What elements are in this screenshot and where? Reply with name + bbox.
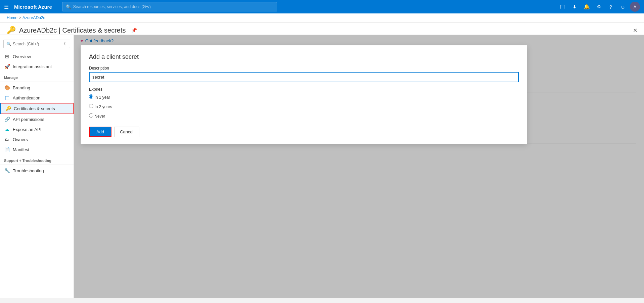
sidebar-item-label: Overview xyxy=(13,54,31,59)
troubleshooting-icon: 🔧 xyxy=(4,168,10,173)
close-icon[interactable]: ✕ xyxy=(633,27,637,34)
breadcrumb-home[interactable]: Home xyxy=(7,15,17,20)
certificates-icon: 🔑 xyxy=(5,106,11,111)
sidebar-search-icon: 🔍 xyxy=(6,42,11,46)
sidebar-item-overview[interactable]: ⊞ Overview xyxy=(0,51,74,61)
sidebar-search-input[interactable] xyxy=(13,42,60,46)
description-input[interactable] xyxy=(89,72,519,82)
sidebar-collapse-icon[interactable]: 《 xyxy=(60,41,67,47)
dialog-title: Add a client secret xyxy=(89,53,519,60)
description-label: Description xyxy=(89,66,519,71)
cancel-button[interactable]: Cancel xyxy=(114,127,139,137)
sidebar-item-troubleshooting[interactable]: 🔧 Troubleshooting xyxy=(0,166,74,176)
content-area: ♥ Got feedback? Add a client secret Desc… xyxy=(74,35,644,298)
sidebar-item-authentication[interactable]: ⬚ Authentication xyxy=(0,93,74,103)
expose-api-icon: ☁ xyxy=(4,127,10,132)
breadcrumb-sep1: > xyxy=(19,15,21,20)
radio-never[interactable]: Never xyxy=(89,113,519,119)
search-icon: 🔍 xyxy=(66,4,71,9)
branding-icon: 🎨 xyxy=(4,85,10,90)
radio-never-label: Never xyxy=(94,114,105,119)
search-input[interactable] xyxy=(73,4,273,9)
sidebar-item-manifest[interactable]: 📄 Manifest xyxy=(0,144,74,155)
pin-icon[interactable]: 📌 xyxy=(131,28,137,33)
dialog-overlay: Add a client secret Description Expires … xyxy=(74,35,644,298)
portal-icon[interactable]: ⬚ xyxy=(557,2,567,12)
radio-2years-input[interactable] xyxy=(89,104,93,108)
sidebar-item-label: Authentication xyxy=(13,95,40,100)
nav-icons: ⬚ ⬇ 🔔 ⚙ ? ☺ A xyxy=(557,2,640,12)
brand-name: Microsoft Azure xyxy=(14,4,52,10)
sidebar-item-branding[interactable]: 🎨 Branding xyxy=(0,83,74,93)
notifications-icon[interactable]: 🔔 xyxy=(582,2,592,12)
sidebar-item-label: Expose an API xyxy=(13,127,41,132)
sidebar: 🔍 《 ⊞ Overview 🚀 Integration assistant M… xyxy=(0,35,74,298)
sidebar-item-label: Certificates & secrets xyxy=(14,106,55,111)
radio-1year[interactable]: In 1 year xyxy=(89,94,519,100)
sidebar-item-label: Manifest xyxy=(13,147,29,152)
expires-label: Expires xyxy=(89,87,519,92)
breadcrumb-app[interactable]: AzureADb2c xyxy=(22,15,45,20)
help-icon[interactable]: ? xyxy=(606,2,616,12)
sidebar-item-label: Owners xyxy=(13,137,28,142)
authentication-icon: ⬚ xyxy=(4,95,10,100)
feedback-icon[interactable]: ☺ xyxy=(618,2,628,12)
integration-icon: 🚀 xyxy=(4,64,10,69)
radio-2years-label: In 2 years xyxy=(94,104,112,109)
key-icon: 🔑 xyxy=(7,26,16,35)
radio-1year-input[interactable] xyxy=(89,94,93,99)
radio-never-input[interactable] xyxy=(89,113,93,118)
sidebar-search[interactable]: 🔍 《 xyxy=(3,40,70,48)
hamburger-menu[interactable]: ☰ xyxy=(4,4,9,10)
manage-section-label: Manage xyxy=(0,72,74,81)
overview-icon: ⊞ xyxy=(4,54,10,59)
download-icon[interactable]: ⬇ xyxy=(569,2,580,12)
sidebar-item-certificates[interactable]: 🔑 Certificates & secrets xyxy=(0,103,74,114)
add-client-secret-dialog: Add a client secret Description Expires … xyxy=(81,45,527,144)
settings-icon[interactable]: ⚙ xyxy=(594,2,604,12)
support-section-label: Support + Troubleshooting xyxy=(0,155,74,164)
main-layout: 🔍 《 ⊞ Overview 🚀 Integration assistant M… xyxy=(0,35,644,298)
dialog-buttons: Add Cancel xyxy=(89,127,519,137)
sidebar-item-integration[interactable]: 🚀 Integration assistant xyxy=(0,61,74,72)
page-header: 🔑 AzureADb2c | Certificates & secrets 📌 … xyxy=(0,23,644,35)
api-permissions-icon: 🔗 xyxy=(4,117,10,122)
sidebar-item-api-permissions[interactable]: 🔗 API permissions xyxy=(0,114,74,124)
global-search[interactable]: 🔍 xyxy=(62,2,277,11)
sidebar-item-label: Troubleshooting xyxy=(13,168,44,173)
top-navigation: ☰ Microsoft Azure 🔍 ⬚ ⬇ 🔔 ⚙ ? ☺ A xyxy=(0,0,644,13)
sidebar-item-expose-api[interactable]: ☁ Expose an API xyxy=(0,124,74,134)
expires-radio-group: In 1 year In 2 years Never xyxy=(89,94,519,120)
sidebar-item-label: API permissions xyxy=(13,117,44,122)
add-button[interactable]: Add xyxy=(89,127,111,137)
user-avatar[interactable]: A xyxy=(630,2,640,12)
manifest-icon: 📄 xyxy=(4,147,10,152)
owners-icon: 🗂 xyxy=(4,137,10,142)
page-title: AzureADb2c | Certificates & secrets xyxy=(19,27,126,34)
sidebar-item-owners[interactable]: 🗂 Owners xyxy=(0,134,74,144)
sidebar-item-label: Integration assistant xyxy=(13,64,52,69)
breadcrumb: Home > AzureADb2c xyxy=(0,13,644,23)
radio-2years[interactable]: In 2 years xyxy=(89,104,519,109)
radio-1year-label: In 1 year xyxy=(94,95,110,100)
sidebar-item-label: Branding xyxy=(13,85,30,90)
